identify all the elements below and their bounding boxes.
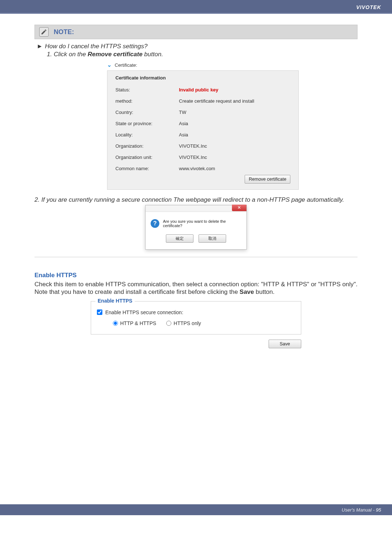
certificate-expand-label: Certificate: [115,62,137,68]
enable-https-text-bold: Save [240,288,254,295]
dialog-titlebar: ✕ [146,205,246,212]
enable-https-text: Check this item to enable HTTPS communic… [34,280,358,296]
certificate-row-key: Common name: [115,166,179,171]
certificate-row-value: Asia [179,121,188,126]
certificate-row: Common name:www.vivotek.com [115,166,290,171]
certificate-row: Organization:VIVOTEK.Inc [115,143,290,149]
triangle-right-icon: ► [37,43,43,50]
chevron-down-icon: ⌄ [107,62,112,68]
certificate-body: Certificate information Status:Invalid p… [107,70,299,190]
note-step1-bold: Remove certificate [87,51,142,58]
radio-https-only-input[interactable] [166,321,171,326]
certificate-row-value: TW [179,110,186,115]
certificate-row-key: Locality: [115,132,179,138]
confirm-dialog: ✕ ? Are you sure you want to delete the … [145,205,247,250]
note-step1: 1. Click on the Remove certificate butto… [47,51,358,58]
connection-option-row: HTTP & HTTPS HTTPS only [113,320,295,326]
enable-https-legend: Enable HTTPS [95,298,135,304]
certificate-row: State or province:Asia [115,121,290,126]
certificate-info-title: Certificate information [115,75,290,81]
dialog-body: ? Are you sure you want to delete the ce… [146,212,246,234]
note-callout: NOTE: [34,25,358,39]
certificate-row-value: Asia [179,132,188,138]
note-question-text: How do I cancel the HTTPS settings? [45,43,148,50]
certificate-expand-header[interactable]: ⌄ Certificate: [107,61,299,70]
note-step2: 2. If you are currently running a secure… [34,196,358,204]
enable-https-heading: Enable HTTPS [34,272,358,279]
certificate-row: Status:Invalid public key [115,87,290,93]
certificate-row-key: Country: [115,110,179,115]
certificate-panel: ⌄ Certificate: Certificate information S… [107,61,299,190]
save-row: Save [91,340,301,348]
footer-manual-label: User's Manual - [342,507,376,513]
dialog-message: Are you sure you want to delete the cert… [163,219,241,228]
footer-page-number: 95 [376,507,381,513]
remove-certificate-button[interactable]: Remove certificate [245,175,290,184]
enable-https-text-prefix: Check this item to enable HTTPS communic… [34,281,358,295]
note-step1-suffix: button. [143,51,163,58]
certificate-row-key: method: [115,98,179,104]
radio-http-and-https-input[interactable] [113,321,118,326]
enable-https-text-suffix: button. [254,288,275,295]
page-header-bar: VIVOTEK [0,0,392,14]
pencil-icon [39,27,49,37]
certificate-row: method:Create certificate request and in… [115,98,290,104]
question-icon: ? [151,219,159,228]
note-step1-prefix: 1. Click on the [47,51,87,58]
certificate-row-value: Invalid public key [179,87,218,93]
dialog-ok-button[interactable]: 確定 [166,234,193,243]
certificate-row: Organization unit:VIVOTEK.Inc [115,155,290,160]
certificate-row-key: Organization unit: [115,155,179,160]
dialog-cancel-button[interactable]: 取消 [199,234,226,243]
certificate-row: Locality:Asia [115,132,290,138]
divider [34,257,358,257]
enable-https-checkbox-row: Enable HTTPS secure connection: [97,309,295,315]
enable-https-fieldset: Enable HTTPS Enable HTTPS secure connect… [91,301,301,335]
certificate-row-value: www.vivotek.com [179,166,215,171]
certificate-row-key: State or province: [115,121,179,126]
dialog-buttons: 確定 取消 [146,234,246,249]
radio-http-and-https-label: HTTP & HTTPS [120,320,156,326]
note-question: ►How do I cancel the HTTPS settings? [37,43,358,50]
close-icon[interactable]: ✕ [232,205,246,211]
radio-https-only[interactable]: HTTPS only [166,320,201,326]
page-footer: User's Manual - 95 [0,504,392,515]
save-button[interactable]: Save [269,340,302,348]
note-title: NOTE: [54,28,74,36]
certificate-row-value: VIVOTEK.Inc [179,155,207,160]
enable-https-panel-wrap: Enable HTTPS Enable HTTPS secure connect… [91,301,301,348]
radio-https-only-label: HTTPS only [173,320,201,326]
enable-https-checkbox-label: Enable HTTPS secure connection: [105,309,183,315]
certificate-row: Country:TW [115,110,290,115]
certificate-row-value: VIVOTEK.Inc [179,143,207,149]
page-content: NOTE: ►How do I cancel the HTTPS setting… [0,14,392,348]
certificate-row-key: Status: [115,87,179,93]
enable-https-checkbox[interactable] [97,309,102,315]
radio-http-and-https[interactable]: HTTP & HTTPS [113,320,156,326]
brand-text: VIVOTEK [356,4,381,10]
certificate-row-key: Organization: [115,143,179,149]
certificate-row-value: Create certificate request and install [179,98,254,104]
